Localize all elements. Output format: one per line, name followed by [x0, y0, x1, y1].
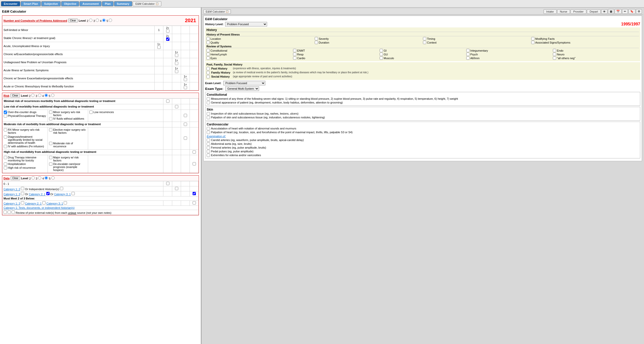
edit-btn[interactable]: ✏: [622, 9, 628, 14]
cardio-auscult-check[interactable]: [207, 127, 210, 130]
cat2-link[interactable]: Category 2: 1: [29, 193, 45, 196]
data-check[interactable]: [193, 192, 196, 195]
historian-check[interactable]: [60, 187, 63, 190]
allimm-check[interactable]: [466, 56, 470, 60]
intake-btn[interactable]: Intake: [544, 9, 557, 14]
mod-recurr-check[interactable]: [49, 142, 52, 145]
duration-check[interactable]: [315, 41, 318, 44]
provider-btn[interactable]: Provider: [570, 9, 586, 14]
cat2-must-check[interactable]: [42, 201, 46, 204]
risk-check[interactable]: [184, 114, 187, 117]
cat1-3-check[interactable]: [21, 192, 24, 195]
minor-surg-check[interactable]: [49, 111, 52, 114]
cat1-link[interactable]: Category 1: 2: [4, 188, 20, 191]
encounter-btn[interactable]: Encounter: [1, 1, 20, 6]
context-check[interactable]: [423, 41, 426, 44]
drug-therapy-check[interactable]: [4, 156, 7, 159]
risk-level-2-radio[interactable]: [31, 94, 34, 97]
social-det-check[interactable]: [4, 135, 7, 139]
row-check[interactable]: [157, 46, 161, 49]
phys-check[interactable]: [4, 114, 7, 118]
cat3-link[interactable]: Category 3: 1: [54, 193, 71, 196]
row-check[interactable]: [175, 62, 178, 65]
heme-check[interactable]: [206, 53, 210, 56]
vitals-check[interactable]: [207, 97, 210, 100]
resp-check[interactable]: [293, 53, 296, 56]
psych-check[interactable]: [466, 53, 470, 56]
objective-btn[interactable]: Objective: [61, 1, 79, 6]
level-4-radio[interactable]: [102, 19, 105, 22]
grid-btn[interactable]: ▦: [608, 9, 614, 14]
data-check[interactable]: [175, 187, 178, 190]
risk-check[interactable]: [193, 162, 196, 165]
otc-check[interactable]: [4, 111, 7, 114]
risk-level-4-radio[interactable]: [45, 94, 48, 97]
location-check[interactable]: [206, 37, 210, 40]
row-check[interactable]: [166, 29, 169, 33]
allneg-check[interactable]: [553, 56, 556, 60]
cat2-check[interactable]: [46, 192, 50, 195]
exam-type-select[interactable]: General Multi-System Cardiovascular Derm…: [225, 86, 259, 91]
cat1-check[interactable]: [21, 187, 24, 190]
bookmark-btn[interactable]: 🔖: [628, 9, 635, 14]
carotid-check[interactable]: [207, 139, 210, 142]
calendar-btn[interactable]: 📅: [615, 9, 622, 14]
rx-minor-check[interactable]: [4, 128, 7, 131]
de-escalate-check[interactable]: [49, 162, 52, 166]
exam-level-select[interactable]: Problem Focused Expanded Problem Focused…: [223, 81, 265, 85]
review-check-1[interactable]: [4, 211, 7, 214]
plan-btn[interactable]: Plan: [102, 1, 113, 6]
review-check-2[interactable]: [8, 211, 11, 214]
timing-check[interactable]: [423, 37, 426, 40]
row-check[interactable]: [175, 70, 178, 73]
right-em-calc-tab[interactable]: E&M Calculator 📋: [203, 9, 231, 14]
modifying-check[interactable]: [531, 37, 534, 40]
risk-check[interactable]: [175, 105, 178, 108]
risk-level-3-radio[interactable]: [38, 94, 41, 97]
enmt-check[interactable]: [293, 49, 296, 52]
row-check[interactable]: [184, 78, 187, 81]
skin-inspect-check[interactable]: [207, 112, 210, 115]
level-3-radio[interactable]: [96, 19, 99, 22]
cat3-check[interactable]: [71, 192, 75, 195]
extremities-check[interactable]: [207, 154, 210, 157]
risk-check[interactable]: [193, 150, 196, 154]
data-level-4-radio[interactable]: [45, 176, 48, 180]
smart-plan-btn[interactable]: Smart Plan: [21, 1, 41, 6]
depart-btn[interactable]: Depart: [587, 9, 601, 14]
risk-check[interactable]: [184, 136, 187, 140]
review-check-3[interactable]: [12, 211, 15, 214]
cat1-full-link[interactable]: Category 1: Tests, documents, or indepen…: [4, 206, 75, 209]
gi-check[interactable]: [380, 49, 383, 52]
summary-btn[interactable]: Summary: [114, 1, 132, 6]
low-recurr-check[interactable]: [89, 111, 93, 114]
gu-check[interactable]: [380, 53, 383, 56]
hosp-check[interactable]: [4, 162, 7, 166]
pedal-check[interactable]: [207, 150, 210, 153]
iv-check[interactable]: [49, 117, 52, 120]
iv-add-check[interactable]: [4, 145, 7, 148]
row-check[interactable]: [184, 86, 187, 89]
em-calculator-tab[interactable]: E&M Calculator 📋: [133, 1, 161, 6]
risk-clear-btn[interactable]: Clear: [10, 94, 20, 97]
past-hist-check[interactable]: [206, 67, 210, 70]
cat3-must-check[interactable]: [64, 201, 67, 204]
social-hist-check[interactable]: [206, 75, 210, 78]
major-surg-check[interactable]: [49, 156, 52, 159]
integ-check[interactable]: [466, 49, 470, 52]
eye-btn[interactable]: 👁: [601, 9, 607, 14]
cat1-3-link[interactable]: Category 1: 3: [4, 193, 20, 196]
data-level-5-radio[interactable]: [51, 176, 55, 180]
family-hist-check[interactable]: [206, 71, 210, 74]
neuro-check[interactable]: [553, 53, 556, 56]
cat3-must-link[interactable]: Category 3: 1: [46, 202, 63, 205]
severity-check[interactable]: [315, 37, 318, 40]
quality-check[interactable]: [206, 41, 210, 44]
cat2-must-link[interactable]: Category 2: 1: [25, 202, 42, 205]
cat1-must-link[interactable]: Category 1: 3: [4, 202, 20, 205]
elective-check[interactable]: [49, 128, 52, 131]
data-check[interactable]: [166, 182, 169, 185]
nurse-btn[interactable]: Nurse: [557, 9, 570, 14]
assoc-check[interactable]: [531, 41, 534, 44]
history-level-select[interactable]: Problem Focused Expanded Problem Focused…: [225, 22, 267, 26]
